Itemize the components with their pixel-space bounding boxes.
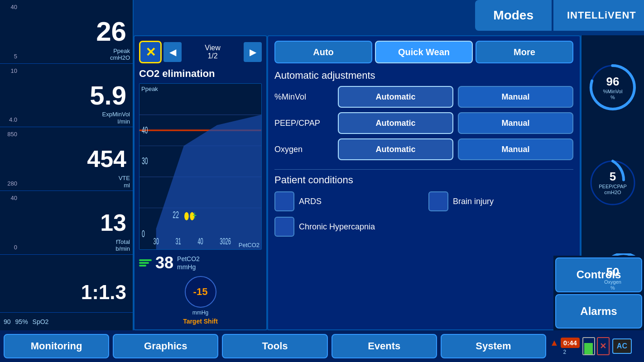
ftotal-value: 13	[17, 211, 129, 234]
svg-text:26: 26	[226, 236, 231, 246]
vital-row-expminvol: 10 4.0 5.9 ExpMinVoll/min	[0, 64, 133, 128]
divider	[274, 169, 573, 170]
chart-x-label: PetCO2	[239, 242, 260, 248]
conditions-title: Patient conditions	[274, 174, 573, 186]
auto-adj-title: Automatic adjustments	[274, 70, 573, 81]
co2-chart: Ppeak 40 30 0 30 31 40 30 22 +	[139, 83, 262, 250]
bottom-bar: Monitoring Graphics Tools Events System …	[0, 330, 644, 362]
nav-right-button[interactable]: ▶	[244, 42, 262, 62]
ppeak-value: 26	[17, 18, 129, 45]
tab-auto[interactable]: Auto	[274, 41, 372, 63]
controls-button[interactable]: Controls	[555, 257, 642, 292]
expminvol-label: ExpMinVoll/min	[102, 111, 130, 125]
gauge-minvol-value: 96	[603, 75, 623, 89]
peep-automatic-btn[interactable]: Automatic	[338, 112, 453, 134]
intellivent-header: INTELLiVENT	[553, 0, 644, 31]
svg-text:22: 22	[173, 209, 179, 220]
spo2-high: 95%	[15, 318, 28, 325]
vital-row-ppeak: 40 5 26 PpeakcmH2O	[0, 0, 133, 64]
spo2-label: SpO2	[33, 318, 49, 325]
spo2-strip: 90 95% SpO2	[0, 312, 134, 330]
ac-badge: AC	[612, 338, 632, 354]
shift-value-circle[interactable]: -15	[185, 276, 216, 308]
gauge-minvol-unit: %MinVol%	[603, 89, 623, 100]
chart-y-label: Ppeak	[141, 86, 158, 92]
oxygen-manual-btn[interactable]: Manual	[458, 138, 573, 160]
condition-ards[interactable]: ARDS	[274, 191, 419, 211]
gauge-minvol-inner: 96 %MinVol%	[603, 75, 623, 100]
condition-chronic-hypercapnia[interactable]: Chronic Hypercapnia	[274, 217, 419, 237]
gauge-peep-unit: PEEP/CPAPcmH2O	[599, 184, 627, 195]
nav-left-button[interactable]: ◀	[163, 42, 182, 62]
oxygen-automatic-btn[interactable]: Automatic	[338, 138, 453, 160]
condition-brain-injury[interactable]: Brain injury	[428, 191, 573, 211]
brain-injury-checkbox[interactable]	[428, 191, 448, 211]
vitals-panel: 40 5 26 PpeakcmH2O 10 4.0 5.9 ExpMinVoll…	[0, 0, 134, 330]
gauge-oxygen-inner: 50 Oxygen%	[604, 265, 621, 291]
monitoring-button[interactable]: Monitoring	[4, 334, 109, 358]
minvol-automatic-btn[interactable]: Automatic	[338, 86, 453, 108]
adj-row-peep: PEEP/CPAP Automatic Manual	[274, 112, 573, 134]
adj-row-oxygen: Oxygen Automatic Manual	[274, 138, 573, 160]
graphics-button[interactable]: Graphics	[113, 334, 218, 358]
gauge-peep: 5 PEEP/CPAPcmH2O	[588, 158, 638, 208]
svg-text:30: 30	[220, 236, 225, 246]
ards-label: ARDS	[299, 197, 322, 206]
chronic-hypercapnia-label: Chronic Hypercapnia	[299, 222, 375, 232]
ppeak-label: PpeakcmH2O	[110, 48, 130, 62]
svg-text:30: 30	[154, 236, 159, 246]
brain-injury-label: Brain injury	[453, 197, 494, 206]
petco2-value: 38	[155, 253, 173, 272]
vital-scale-ppeak: 40 5	[4, 2, 17, 62]
tab-more[interactable]: More	[476, 41, 573, 63]
gauge-peep-inner: 5 PEEP/CPAPcmH2O	[599, 170, 627, 195]
alarms-button[interactable]: Alarms	[555, 294, 642, 329]
svg-text:40: 40	[197, 236, 203, 246]
battery-1	[582, 337, 595, 355]
vital-row-vte: 850 280 454 VTEml	[0, 127, 133, 191]
minvol-label: %MinVol	[274, 92, 333, 102]
vte-value: 454	[17, 147, 129, 171]
close-button[interactable]: ✕	[139, 41, 162, 63]
peep-manual-btn[interactable]: Manual	[458, 112, 573, 134]
svg-point-14	[184, 212, 189, 220]
minvol-manual-btn[interactable]: Manual	[458, 86, 573, 108]
system-button[interactable]: System	[441, 334, 546, 358]
svg-text:31: 31	[175, 236, 181, 246]
vital-scale-ftotal: 40 0	[4, 193, 17, 252]
tools-button[interactable]: Tools	[222, 334, 327, 358]
petco2-row: 38 PetCO2mmHg	[139, 253, 262, 272]
tab-row: Auto Quick Wean More	[274, 41, 573, 63]
events-button[interactable]: Events	[332, 334, 437, 358]
petco2-unit: PetCO2mmHg	[177, 255, 200, 271]
target-shift: -15 mmHg Target Shift	[139, 276, 262, 325]
shift-value: -15	[193, 286, 208, 298]
gauge-oxygen-unit: Oxygen%	[604, 279, 621, 291]
svg-text:0: 0	[142, 227, 145, 239]
spo2-low: 90	[4, 318, 11, 325]
tab-quick-wean[interactable]: Quick Wean	[375, 41, 473, 63]
expminvol-value: 5.9	[17, 82, 129, 109]
shift-unit: mmHg	[192, 310, 208, 316]
battery-2: ✕	[597, 337, 610, 355]
vital-row-ftotal: 40 0 13 fTotalb/min	[0, 191, 133, 255]
intellivent-label: INTELLiVENT	[567, 10, 636, 21]
oxygen-label: Oxygen	[274, 145, 333, 154]
ie-value: 1:1.3	[17, 282, 129, 302]
modes-button[interactable]: Modes	[475, 0, 552, 31]
view-label: View1/2	[183, 44, 242, 60]
svg-text:+: +	[192, 208, 197, 222]
gauge-peep-value: 5	[599, 170, 627, 184]
ards-checkbox[interactable]	[274, 191, 294, 211]
chronic-hypercapnia-checkbox[interactable]	[274, 217, 294, 237]
vital-scale-vte: 850 280	[4, 129, 17, 189]
modes-label: Modes	[493, 8, 533, 23]
adj-row-minvol: %MinVol Automatic Manual	[274, 86, 573, 108]
alarm-time: 0:44	[561, 338, 580, 348]
gauge-minvol: 96 %MinVol%	[588, 62, 638, 112]
vte-label: VTEml	[119, 175, 130, 189]
svg-marker-5	[156, 115, 261, 249]
action-buttons-panel: Controls Alarms	[553, 256, 644, 330]
ftotal-label: fTotalb/min	[115, 238, 130, 252]
vital-scale-expminvol: 10 4.0	[4, 66, 17, 125]
